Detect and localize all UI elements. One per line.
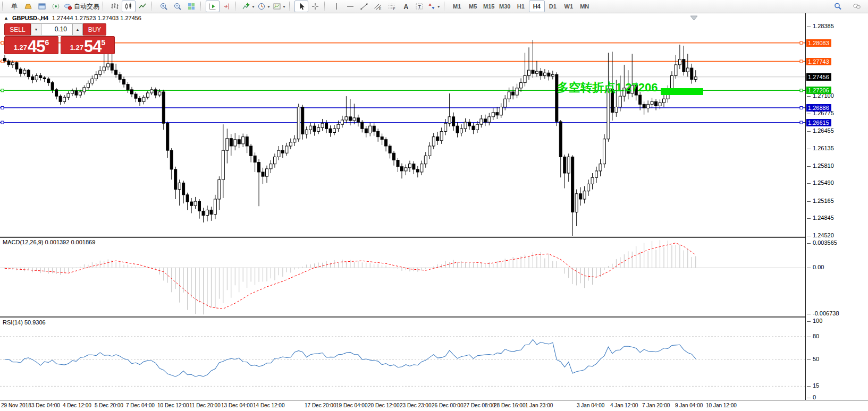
indicators-icon: [242, 2, 250, 11]
macd-tick-0.003565: 0.003565: [813, 239, 837, 246]
macd-rsi-divider[interactable]: [0, 316, 868, 318]
line-chart-button[interactable]: [136, 1, 149, 12]
rsi-tick-80: 80: [813, 333, 819, 339]
timeframe-mn-button[interactable]: MN: [577, 1, 593, 12]
current-price-badge: 1.27456: [806, 73, 831, 81]
arrows-button[interactable]: ▼: [426, 1, 442, 12]
timeframe-h4-button[interactable]: H4: [529, 1, 545, 12]
time-label: 7 Jan 20:00: [642, 403, 670, 408]
time-label: 19 Dec 04:00: [336, 403, 368, 408]
time-label: 1 Jan 23:00: [525, 403, 553, 408]
time-axis: 29 Nov 20183 Dec 04:004 Dec 12:005 Dec 2…: [0, 400, 868, 411]
chart-profile-button[interactable]: [21, 1, 35, 12]
hline-icon: [346, 2, 355, 11]
chart-header: ▲ GBPUSD-,H4 1.27444 1.27523 1.27403 1.2…: [4, 15, 141, 21]
timeframe-w1-button[interactable]: W1: [561, 1, 577, 12]
time-label: 9 Jan 04:00: [675, 403, 703, 408]
indicators-button[interactable]: ▼: [241, 1, 256, 12]
toolbar-groups: 单自动交易▼▼▼EFAT▼M1M5M15M30H1H4D1W1MN: [0, 1, 593, 12]
timeframe-h1-button[interactable]: H1: [513, 1, 529, 12]
chevron-down-icon: ▼: [251, 5, 255, 8]
chart-shift-button[interactable]: [220, 1, 233, 12]
volume-input[interactable]: 0.10: [41, 23, 72, 36]
svg-text:F: F: [393, 7, 395, 11]
toolbar-separator: [103, 2, 106, 11]
svg-text:A: A: [403, 3, 408, 11]
price-tick-1.25810: 1.25810: [813, 162, 834, 169]
trend-icon: [360, 2, 368, 11]
panel-collapse-icon[interactable]: ▲: [4, 15, 9, 21]
buy-price-base: 1.27: [70, 44, 83, 52]
text-button[interactable]: A: [399, 1, 412, 12]
time-label: 4 Dec 12:00: [63, 403, 91, 408]
cursor-button[interactable]: [294, 1, 308, 12]
signals-button[interactable]: [49, 1, 63, 12]
price-line-badge-1.28083: 1.28083: [806, 39, 831, 47]
macd-label: MACD(12,26,9) 0.001392 0.001869: [3, 239, 95, 245]
linechart-icon: [138, 2, 147, 11]
arrows-icon: [427, 2, 436, 11]
templates-button[interactable]: ▼: [272, 1, 287, 12]
one-click-top-row: SELL ▼ 0.10 ▲ BUY: [4, 23, 115, 36]
chat-button[interactable]: [850, 1, 864, 12]
svg-text:T: T: [418, 4, 421, 10]
text-label-button[interactable]: T: [412, 1, 426, 12]
volume-decrease-button[interactable]: ▼: [31, 23, 41, 36]
time-label: 3 Jan 04:00: [577, 403, 604, 408]
search-icon: [833, 2, 842, 11]
vertical-line-button[interactable]: [330, 1, 343, 12]
periods-button[interactable]: ▼: [256, 1, 272, 12]
fibo-icon: F: [387, 2, 396, 11]
chevron-down-icon: ▼: [282, 5, 286, 8]
channel-button[interactable]: E: [371, 1, 385, 12]
timeframe-m30-button[interactable]: M30: [497, 1, 513, 12]
time-label: 17 Dec 20:00: [305, 403, 336, 408]
rsi-tick-100: 100: [813, 318, 822, 324]
timeframe-m5-button[interactable]: M5: [465, 1, 481, 12]
crosshair-icon: [311, 2, 319, 11]
auto-scroll-button[interactable]: [206, 1, 220, 12]
autotrading-button-label: 自动交易: [74, 2, 99, 11]
timeframe-m1-button[interactable]: M1: [449, 1, 465, 12]
timeframe-d1-button[interactable]: D1: [545, 1, 561, 12]
candlestick-chart-button[interactable]: [122, 1, 136, 12]
fibonacci-button[interactable]: F: [385, 1, 399, 12]
channel-icon: E: [374, 2, 382, 11]
vline-icon: [332, 2, 341, 11]
rsi-tick-50: 50: [813, 356, 819, 362]
zoom-in-button[interactable]: [157, 1, 171, 12]
time-label: 14 Dec 12:00: [253, 403, 285, 408]
time-label: 23 Dec 23:00: [400, 403, 432, 408]
folder-icon: [24, 2, 32, 11]
buy-price-button[interactable]: 1.27 54 5: [61, 36, 115, 54]
one-click-price-row: 1.27 45 6 1.27 54 5: [4, 36, 115, 54]
zoomin-icon: [159, 2, 168, 11]
time-label: 27 Dec 08:00: [464, 403, 495, 408]
timeframe-m15-button[interactable]: M15: [481, 1, 497, 12]
rsi-label: RSI(14) 50.9306: [3, 319, 46, 326]
buy-button[interactable]: BUY: [83, 23, 106, 36]
price-tick-1.25490: 1.25490: [813, 179, 834, 186]
autotrading-button[interactable]: 自动交易: [63, 1, 100, 12]
cursor-icon: [297, 2, 306, 11]
data-window-button[interactable]: [35, 1, 49, 12]
periods-icon: [257, 2, 266, 11]
sell-button[interactable]: SELL: [4, 23, 31, 36]
zoom-out-button[interactable]: [171, 1, 184, 12]
search-button[interactable]: [831, 1, 845, 12]
bar-chart-button[interactable]: [108, 1, 122, 12]
trend-annotation-text[interactable]: 多空转折点1.27206: [557, 80, 658, 96]
autoscroll-icon: [208, 2, 217, 11]
price-tick-1.24520: 1.24520: [813, 232, 834, 238]
crosshair-button[interactable]: [308, 1, 322, 12]
new-order-button[interactable]: 单: [7, 1, 21, 12]
tile-windows-button[interactable]: [184, 1, 198, 12]
trendline-button[interactable]: [357, 1, 371, 12]
price-tick-1.26135: 1.26135: [813, 145, 834, 151]
price-line-badge-1.26886: 1.26886: [806, 104, 831, 112]
main-macd-divider[interactable]: [0, 236, 868, 238]
time-label: 4 Jan 12:00: [610, 403, 638, 408]
sell-price-button[interactable]: 1.27 45 6: [4, 36, 58, 54]
volume-increase-button[interactable]: ▲: [72, 23, 83, 36]
horizontal-line-button[interactable]: [343, 1, 357, 12]
